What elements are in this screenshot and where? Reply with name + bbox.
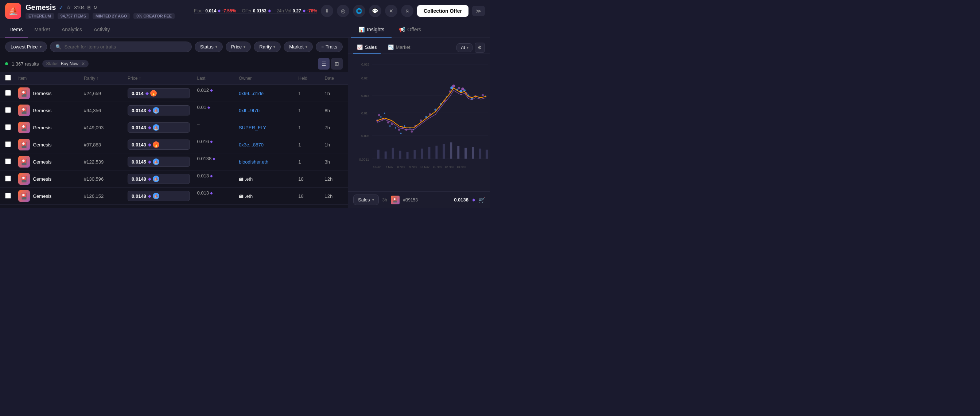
- svg-text:9 Nov: 9 Nov: [409, 165, 417, 169]
- svg-rect-68: [479, 149, 481, 159]
- held-cell: 1: [294, 136, 321, 153]
- verified-badge: ✓: [59, 4, 64, 11]
- col-price[interactable]: Price ↑: [124, 72, 193, 85]
- rarity-cell: #122,539: [80, 153, 124, 170]
- price-value: 0.0148: [132, 194, 146, 199]
- filter-row: Lowest Price ▾ 🔍 Status ▾ Price ▾ Rarity: [0, 38, 348, 56]
- star-icon[interactable]: ☆: [66, 4, 71, 10]
- last-price-cell: 0.01 ◆: [194, 102, 235, 113]
- rarity-cell: #126,152: [80, 187, 124, 205]
- table-row: 🎴 Gemesis #130,596 0.0148 ◆ ⛵ 0.013 ◆ 🏔 …: [0, 170, 348, 187]
- search-input[interactable]: [64, 44, 186, 49]
- circle-icon-btn[interactable]: ◎: [337, 5, 349, 17]
- rarity-label: Rarity: [259, 44, 272, 49]
- tab-market[interactable]: Market: [29, 22, 55, 38]
- market-rp-tab[interactable]: 📉 Market: [384, 41, 414, 54]
- price-filter[interactable]: Price ▾: [226, 41, 251, 52]
- svg-rect-59: [414, 150, 416, 159]
- price-box[interactable]: 0.0143 ◆ ⛵: [127, 105, 189, 116]
- insights-chart-icon: 📊: [358, 27, 364, 32]
- marketplace-icon: ⛵: [153, 193, 159, 199]
- price-box[interactable]: 0.0143 ◆ ⛵: [127, 122, 189, 133]
- period-select[interactable]: 7d ▾: [457, 43, 473, 52]
- select-all-checkbox[interactable]: [5, 75, 11, 81]
- tab-analytics[interactable]: Analytics: [57, 22, 87, 38]
- tab-items[interactable]: Items: [5, 22, 28, 38]
- traits-filter[interactable]: ≡ Traits: [316, 41, 343, 52]
- nft-thumbnail: 🎴: [18, 122, 30, 133]
- held-cell: 1: [294, 85, 321, 102]
- rarity-cell: #130,596: [80, 170, 124, 187]
- grid-view-btn[interactable]: ⊞: [331, 58, 343, 70]
- expand-panel-btn[interactable]: ≫: [472, 6, 485, 16]
- svg-rect-63: [442, 144, 445, 159]
- price-box[interactable]: 0.0143 ◆ 🔥: [127, 140, 189, 150]
- tab-activity[interactable]: Activity: [89, 22, 115, 38]
- owner-cell[interactable]: 0xff...9f7b: [235, 102, 294, 119]
- offers-tab[interactable]: 📢 Offers: [391, 22, 428, 38]
- discord-icon-btn[interactable]: 💬: [369, 5, 381, 17]
- item-name: Gemesis: [33, 108, 51, 113]
- row-checkbox[interactable]: [5, 90, 11, 96]
- row-checkbox[interactable]: [5, 159, 11, 164]
- price-box[interactable]: 0.0148 ◆ ⛵: [127, 191, 189, 201]
- row-checkbox[interactable]: [5, 124, 11, 130]
- list-view-btn[interactable]: ☰: [318, 58, 329, 70]
- collection-offer-button[interactable]: Collection Offer: [417, 5, 468, 17]
- owner-cell[interactable]: 🏔 .eth: [235, 170, 294, 187]
- rarity-cell: #97,883: [80, 136, 124, 153]
- traits-label: Traits: [326, 44, 337, 49]
- share-icon-btn[interactable]: ⎗: [401, 5, 414, 17]
- row-checkbox[interactable]: [5, 176, 11, 181]
- owner-cell[interactable]: 🏔 .eth: [235, 187, 294, 205]
- table-row: 🎴 Gemesis #97,883 0.0143 ◆ 🔥 0.016 ◆ 0x3…: [0, 136, 348, 153]
- date-cell: 8h: [321, 102, 348, 119]
- price-box[interactable]: 0.0145 ◆ ⛵: [127, 157, 189, 167]
- price-cell: 0.0143 ◆ ⛵: [124, 119, 193, 136]
- row-check-cell: [0, 187, 14, 205]
- filter-tag-close-icon[interactable]: ✕: [81, 61, 85, 66]
- market-filter[interactable]: Market ▾: [284, 41, 313, 52]
- rarity-cell: #149,093: [80, 119, 124, 136]
- offers-label: Offers: [407, 27, 421, 32]
- table-body: 🎴 Gemesis #24,659 0.014 ◆ 🔥 0.012 ◆ 0x99…: [0, 85, 348, 205]
- svg-point-27: [411, 130, 413, 133]
- table-row: 🎴 Gemesis #24,659 0.014 ◆ 🔥 0.012 ◆ 0x99…: [0, 85, 348, 102]
- price-cell: 0.0145 ◆ ⛵: [124, 153, 193, 170]
- price-box[interactable]: 0.0148 ◆ ⛵: [127, 174, 189, 184]
- sales-chart: 0.025 0.02 0.015 0.01 0.005 0.0011: [348, 57, 490, 181]
- row-checkbox[interactable]: [5, 107, 11, 113]
- insights-tab[interactable]: 📊 Insights: [351, 22, 391, 38]
- sort-chevron-icon: ▾: [40, 45, 41, 49]
- sales-type-dropdown[interactable]: Sales ▾: [353, 195, 379, 205]
- owner-cell[interactable]: 0x99...d1de: [235, 85, 294, 102]
- rarity-filter[interactable]: Rarity ▾: [254, 41, 281, 52]
- sales-tab[interactable]: 📈 Sales: [353, 41, 380, 54]
- svg-rect-67: [472, 147, 474, 159]
- twitter-icon-btn[interactable]: ✕: [385, 5, 398, 17]
- row-checkbox[interactable]: [5, 193, 11, 198]
- sales-cart-icon[interactable]: 🛒: [479, 197, 485, 203]
- refresh-icon[interactable]: ↻: [93, 5, 97, 10]
- col-rarity[interactable]: Rarity ↑: [80, 72, 124, 85]
- chart-settings-btn[interactable]: ⚙: [475, 43, 485, 53]
- sort-dropdown[interactable]: Lowest Price ▾: [5, 41, 47, 52]
- download-icon-btn[interactable]: ⬇: [321, 5, 333, 17]
- price-box[interactable]: 0.014 ◆ 🔥: [127, 88, 189, 98]
- svg-text:0.025: 0.025: [361, 63, 369, 66]
- period-controls: 7d ▾ ⚙: [457, 43, 485, 53]
- copy-icon[interactable]: ⎘: [88, 5, 91, 10]
- svg-rect-66: [465, 148, 467, 159]
- owner-cell[interactable]: SUPER_FLY: [235, 119, 294, 136]
- offer-eth-icon: ◆: [268, 8, 271, 13]
- svg-rect-65: [457, 146, 460, 159]
- status-filter[interactable]: Status ▾: [195, 41, 223, 52]
- row-checkbox[interactable]: [5, 141, 11, 147]
- globe-icon-btn[interactable]: 🌐: [353, 5, 365, 17]
- last-price-cell: 0.012 ◆: [194, 85, 235, 95]
- svg-point-17: [387, 121, 390, 124]
- vol-label: 24h Vol: [277, 8, 291, 13]
- vol-change: -78%: [307, 8, 317, 13]
- owner-cell[interactable]: 0x3e...8870: [235, 136, 294, 153]
- owner-cell[interactable]: bloodisher.eth: [235, 153, 294, 170]
